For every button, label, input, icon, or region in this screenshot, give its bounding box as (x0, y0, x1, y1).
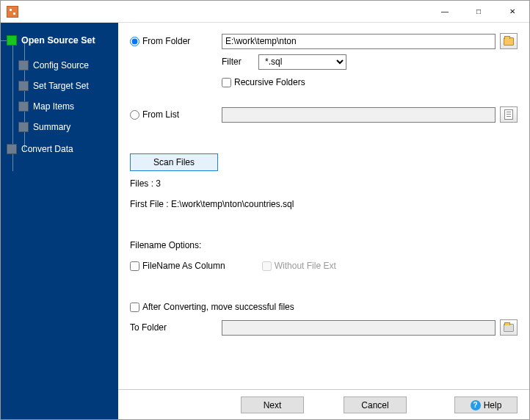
cancel-button[interactable]: Cancel (344, 397, 407, 413)
sidebar-item-map-items[interactable]: Map Items (1, 96, 118, 117)
from-folder-radio[interactable] (130, 37, 139, 46)
folder-icon (504, 324, 514, 332)
folder-icon (504, 37, 514, 46)
filename-as-column-text: FileName As Column (142, 261, 225, 271)
first-file-label: First File : E:\work\temp\nton\countries… (130, 199, 294, 209)
sidebar-item-config-source[interactable]: Config Source (1, 55, 118, 76)
sidebar-item-open-source-set[interactable]: Open Source Set (1, 30, 118, 51)
to-folder-input (222, 320, 495, 336)
sidebar-item-label: Summary (33, 122, 70, 132)
without-file-ext-text: Without File Ext (275, 261, 336, 271)
filter-label: Filter (222, 57, 258, 67)
recursive-label-text: Recursive Folders (234, 77, 305, 87)
from-list-radio[interactable] (130, 110, 139, 120)
sidebar-item-summary[interactable]: Summary (1, 117, 118, 137)
filename-as-column-label[interactable]: FileName As Column (130, 261, 225, 271)
from-folder-label-text: From Folder (142, 36, 190, 46)
list-file-icon (504, 109, 513, 120)
titlebar: — □ ✕ (1, 1, 529, 23)
sidebar-item-convert-data[interactable]: Convert Data (1, 139, 118, 159)
help-button-label: Help (484, 400, 502, 410)
filter-select[interactable]: *.sql (258, 54, 346, 70)
from-list-input (222, 107, 495, 123)
help-button[interactable]: ? Help (454, 397, 518, 413)
recursive-checkbox[interactable] (222, 78, 231, 87)
step-marker-icon (18, 60, 29, 70)
filename-as-column-checkbox[interactable] (130, 261, 139, 271)
sidebar-item-set-target-set[interactable]: Set Target Set (1, 76, 118, 96)
help-icon: ? (471, 400, 481, 410)
next-button[interactable]: Next (241, 397, 304, 413)
close-button[interactable]: ✕ (495, 1, 529, 23)
step-marker-icon (18, 122, 29, 132)
from-list-label-text: From List (142, 109, 179, 120)
step-marker-icon (18, 101, 29, 112)
app-icon (7, 6, 18, 18)
sidebar-item-label: Set Target Set (33, 81, 89, 91)
sidebar-item-label: Convert Data (21, 144, 73, 154)
minimize-button[interactable]: — (428, 1, 462, 23)
without-file-ext-checkbox (262, 261, 272, 271)
sidebar-item-label: Open Source Set (21, 35, 95, 46)
without-file-ext-label: Without File Ext (262, 261, 336, 271)
from-folder-radio-label[interactable]: From Folder (130, 36, 190, 46)
footer: Next Cancel ? Help (118, 389, 529, 420)
maximize-button[interactable]: □ (462, 1, 495, 23)
sidebar-item-label: Map Items (33, 101, 74, 112)
from-list-radio-label[interactable]: From List (130, 109, 179, 120)
scan-files-button[interactable]: Scan Files (130, 153, 218, 171)
recursive-checkbox-label[interactable]: Recursive Folders (222, 77, 305, 87)
sidebar: Open Source Set Config Source Set Target… (1, 23, 118, 420)
browse-list-button[interactable] (500, 106, 518, 123)
main-panel: From Folder Filter *.sql (118, 23, 529, 420)
step-marker-icon (7, 35, 17, 46)
after-converting-label[interactable]: After Converting, move successful files (130, 302, 294, 312)
after-converting-checkbox[interactable] (130, 303, 139, 312)
filename-options-heading: Filename Options: (130, 240, 201, 250)
folder-path-input[interactable] (222, 34, 495, 49)
browse-folder-button[interactable] (500, 33, 518, 49)
browse-to-folder-button[interactable] (500, 319, 518, 336)
to-folder-label: To Folder (130, 322, 167, 333)
step-marker-icon (18, 81, 29, 91)
step-marker-icon (7, 144, 17, 154)
after-converting-text: After Converting, move successful files (142, 302, 294, 312)
files-count-label: Files : 3 (130, 178, 161, 189)
sidebar-item-label: Config Source (33, 60, 89, 70)
